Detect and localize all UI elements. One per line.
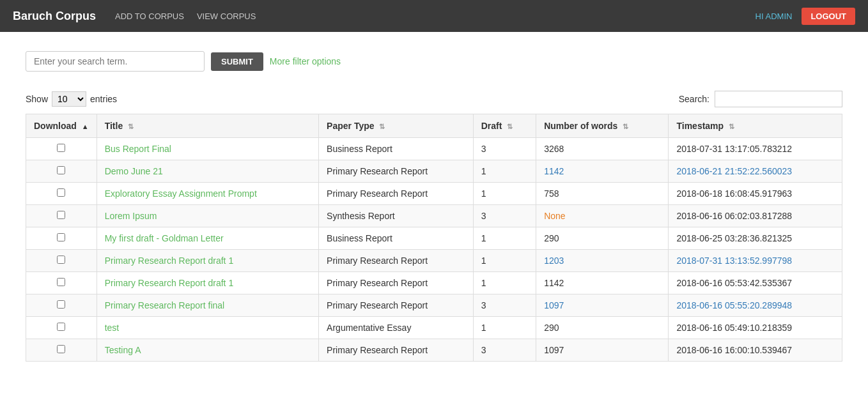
col-download[interactable]: Download ▲ xyxy=(26,114,97,138)
title-link[interactable]: My first draft - Goldman Letter xyxy=(105,233,224,243)
hi-admin-label: HI ADMIN xyxy=(756,11,793,21)
sort-icon-paper-type: ⇅ xyxy=(379,123,385,130)
search-bar: SUBMIT More filter options xyxy=(26,51,842,72)
entries-select[interactable]: 10 25 50 100 xyxy=(52,91,86,107)
title-link[interactable]: Primary Research Report draft 1 xyxy=(105,256,234,266)
timestamp-cell: 2018-06-16 05:53:42.535367 xyxy=(669,272,842,294)
row-checkbox[interactable] xyxy=(57,278,65,286)
search-input[interactable] xyxy=(26,51,205,72)
timestamp-cell: 2018-06-25 03:28:36.821325 xyxy=(669,227,842,250)
sort-icon-download: ▲ xyxy=(82,123,89,130)
navbar: Baruch Corpus ADD TO CORPUS VIEW CORPUS … xyxy=(0,0,868,32)
entries-label: entries xyxy=(90,94,117,104)
main-content: SUBMIT More filter options Show 10 25 50… xyxy=(0,32,868,381)
row-checkbox[interactable] xyxy=(57,233,65,241)
words-cell: 1097 xyxy=(536,294,669,317)
row-checkbox[interactable] xyxy=(57,256,65,264)
table-search-input[interactable] xyxy=(715,91,842,107)
table-row: Bus Report FinalBusiness Report332682018… xyxy=(26,138,842,160)
draft-cell: 3 xyxy=(473,339,536,362)
col-num-words[interactable]: Number of words ⇅ xyxy=(536,114,669,138)
col-draft-label: Draft xyxy=(481,121,502,131)
table-row: Primary Research Report draft 1Primary R… xyxy=(26,272,842,294)
table-row: My first draft - Goldman LetterBusiness … xyxy=(26,227,842,250)
timestamp-cell: 2018-06-16 06:02:03.817288 xyxy=(669,205,842,227)
table-controls: Show 10 25 50 100 entries Search: xyxy=(26,91,842,107)
table-row: Lorem IpsumSynthesis Report3None2018-06-… xyxy=(26,205,842,227)
col-download-label: Download xyxy=(34,121,77,131)
title-link[interactable]: test xyxy=(105,323,120,333)
navbar-brand: Baruch Corpus xyxy=(13,10,96,23)
paper-type-cell: Business Report xyxy=(319,227,474,250)
title-link[interactable]: Testing A xyxy=(105,345,141,355)
title-link[interactable]: Lorem Ipsum xyxy=(105,211,157,221)
table-row: Demo June 21Primary Research Report11142… xyxy=(26,160,842,183)
paper-type-cell: Business Report xyxy=(319,138,474,160)
title-link[interactable]: Exploratory Essay Assignment Prompt xyxy=(105,188,257,199)
filter-options-link[interactable]: More filter options xyxy=(270,56,341,66)
add-to-corpus-link[interactable]: ADD TO CORPUS xyxy=(115,11,184,21)
table-body: Bus Report FinalBusiness Report332682018… xyxy=(26,138,842,362)
table-row: Testing APrimary Research Report31097201… xyxy=(26,339,842,362)
timestamp-cell: 2018-07-31 13:13:52.997798 xyxy=(669,250,842,272)
table-row: Primary Research Report finalPrimary Res… xyxy=(26,294,842,317)
sort-icon-draft: ⇅ xyxy=(507,123,513,130)
words-cell: 758 xyxy=(536,183,669,205)
search-label: Search: xyxy=(679,94,709,104)
title-link[interactable]: Primary Research Report draft 1 xyxy=(105,278,234,288)
table-header: Download ▲ Title ⇅ Paper Type ⇅ Draft ⇅ … xyxy=(26,114,842,138)
view-corpus-link[interactable]: VIEW CORPUS xyxy=(197,11,256,21)
sort-icon-title: ⇅ xyxy=(128,123,134,130)
row-checkbox[interactable] xyxy=(57,323,65,331)
paper-type-cell: Primary Research Report xyxy=(319,183,474,205)
words-cell: 1097 xyxy=(536,339,669,362)
draft-cell: 1 xyxy=(473,250,536,272)
col-draft[interactable]: Draft ⇅ xyxy=(473,114,536,138)
row-checkbox[interactable] xyxy=(57,345,65,353)
paper-type-cell: Argumentative Essay xyxy=(319,317,474,339)
logout-button[interactable]: LOGOUT xyxy=(802,8,855,25)
timestamp-cell: 2018-06-16 16:00:10.539467 xyxy=(669,339,842,362)
timestamp-cell: 2018-06-18 16:08:45.917963 xyxy=(669,183,842,205)
col-timestamp[interactable]: Timestamp ⇅ xyxy=(669,114,842,138)
col-paper-type-label: Paper Type xyxy=(327,121,374,131)
show-entries: Show 10 25 50 100 entries xyxy=(26,91,117,107)
timestamp-cell: 2018-06-21 21:52:22.560023 xyxy=(669,160,842,183)
row-checkbox[interactable] xyxy=(57,144,65,152)
draft-cell: 1 xyxy=(473,183,536,205)
words-cell: None xyxy=(536,205,669,227)
words-cell: 3268 xyxy=(536,138,669,160)
row-checkbox[interactable] xyxy=(57,166,65,174)
row-checkbox[interactable] xyxy=(57,300,65,309)
draft-cell: 3 xyxy=(473,294,536,317)
data-table: Download ▲ Title ⇅ Paper Type ⇅ Draft ⇅ … xyxy=(26,114,842,362)
col-title-label: Title xyxy=(105,121,123,131)
navbar-right: HI ADMIN LOGOUT xyxy=(756,8,855,25)
row-checkbox[interactable] xyxy=(57,188,65,197)
draft-cell: 1 xyxy=(473,160,536,183)
paper-type-cell: Primary Research Report xyxy=(319,250,474,272)
row-checkbox[interactable] xyxy=(57,211,65,219)
table-row: testArgumentative Essay12902018-06-16 05… xyxy=(26,317,842,339)
table-row: Primary Research Report draft 1Primary R… xyxy=(26,250,842,272)
table-search-area: Search: xyxy=(679,91,842,107)
words-cell: 1203 xyxy=(536,250,669,272)
title-link[interactable]: Primary Research Report final xyxy=(105,300,225,310)
words-cell: 290 xyxy=(536,317,669,339)
paper-type-cell: Primary Research Report xyxy=(319,294,474,317)
submit-button[interactable]: SUBMIT xyxy=(211,52,263,71)
paper-type-cell: Primary Research Report xyxy=(319,160,474,183)
col-paper-type[interactable]: Paper Type ⇅ xyxy=(319,114,474,138)
paper-type-cell: Synthesis Report xyxy=(319,205,474,227)
title-link[interactable]: Bus Report Final xyxy=(105,144,171,154)
words-cell: 1142 xyxy=(536,272,669,294)
col-timestamp-label: Timestamp xyxy=(676,121,724,131)
navbar-links: ADD TO CORPUS VIEW CORPUS xyxy=(115,11,756,21)
title-link[interactable]: Demo June 21 xyxy=(105,166,163,176)
draft-cell: 1 xyxy=(473,227,536,250)
sort-icon-timestamp: ⇅ xyxy=(729,123,734,130)
timestamp-cell: 2018-06-16 05:49:10.218359 xyxy=(669,317,842,339)
col-title[interactable]: Title ⇅ xyxy=(97,114,318,138)
table-row: Exploratory Essay Assignment PromptPrima… xyxy=(26,183,842,205)
show-label: Show xyxy=(26,94,48,104)
